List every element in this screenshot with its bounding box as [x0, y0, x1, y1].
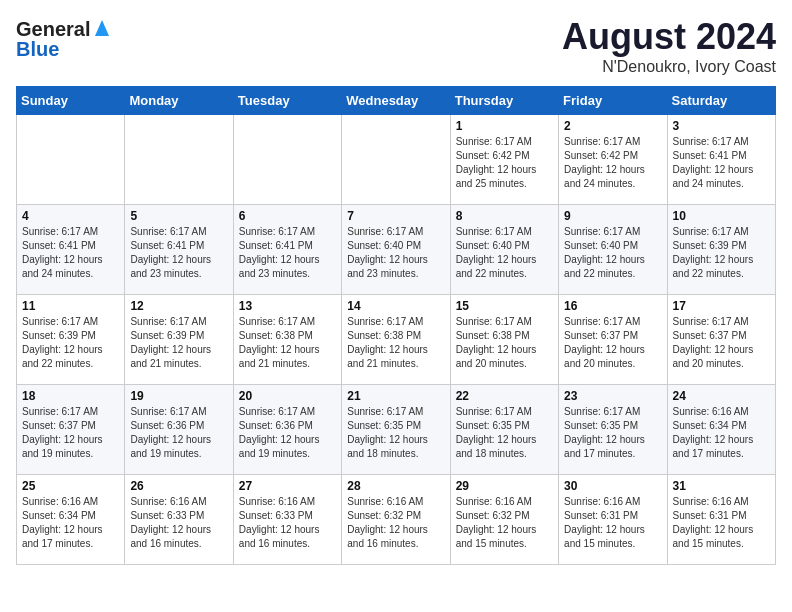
day-info: Sunrise: 6:17 AM Sunset: 6:37 PM Dayligh…: [673, 315, 770, 371]
day-number: 23: [564, 389, 661, 403]
day-number: 11: [22, 299, 119, 313]
calendar-cell: 22Sunrise: 6:17 AM Sunset: 6:35 PM Dayli…: [450, 385, 558, 475]
day-info: Sunrise: 6:16 AM Sunset: 6:33 PM Dayligh…: [239, 495, 336, 551]
day-info: Sunrise: 6:17 AM Sunset: 6:40 PM Dayligh…: [456, 225, 553, 281]
day-info: Sunrise: 6:17 AM Sunset: 6:41 PM Dayligh…: [673, 135, 770, 191]
day-number: 12: [130, 299, 227, 313]
logo: General Blue: [16, 16, 111, 61]
calendar-cell: 9Sunrise: 6:17 AM Sunset: 6:40 PM Daylig…: [559, 205, 667, 295]
title-block: August 2024 N'Denoukro, Ivory Coast: [562, 16, 776, 76]
day-info: Sunrise: 6:17 AM Sunset: 6:42 PM Dayligh…: [456, 135, 553, 191]
day-number: 20: [239, 389, 336, 403]
day-info: Sunrise: 6:17 AM Sunset: 6:39 PM Dayligh…: [673, 225, 770, 281]
day-info: Sunrise: 6:17 AM Sunset: 6:38 PM Dayligh…: [239, 315, 336, 371]
day-number: 8: [456, 209, 553, 223]
day-info: Sunrise: 6:17 AM Sunset: 6:36 PM Dayligh…: [130, 405, 227, 461]
calendar-cell: 28Sunrise: 6:16 AM Sunset: 6:32 PM Dayli…: [342, 475, 450, 565]
day-number: 3: [673, 119, 770, 133]
calendar-header-row: SundayMondayTuesdayWednesdayThursdayFrid…: [17, 87, 776, 115]
calendar-cell: 15Sunrise: 6:17 AM Sunset: 6:38 PM Dayli…: [450, 295, 558, 385]
svg-marker-0: [95, 20, 109, 36]
calendar-cell: 24Sunrise: 6:16 AM Sunset: 6:34 PM Dayli…: [667, 385, 775, 475]
calendar-cell: 3Sunrise: 6:17 AM Sunset: 6:41 PM Daylig…: [667, 115, 775, 205]
day-number: 17: [673, 299, 770, 313]
day-number: 28: [347, 479, 444, 493]
calendar-cell: [342, 115, 450, 205]
day-number: 31: [673, 479, 770, 493]
calendar-cell: 14Sunrise: 6:17 AM Sunset: 6:38 PM Dayli…: [342, 295, 450, 385]
calendar-cell: 6Sunrise: 6:17 AM Sunset: 6:41 PM Daylig…: [233, 205, 341, 295]
calendar-cell: [233, 115, 341, 205]
calendar-week-row: 25Sunrise: 6:16 AM Sunset: 6:34 PM Dayli…: [17, 475, 776, 565]
day-of-week-header: Thursday: [450, 87, 558, 115]
calendar-title: August 2024: [562, 16, 776, 58]
day-info: Sunrise: 6:16 AM Sunset: 6:34 PM Dayligh…: [22, 495, 119, 551]
day-info: Sunrise: 6:17 AM Sunset: 6:38 PM Dayligh…: [347, 315, 444, 371]
calendar-cell: 1Sunrise: 6:17 AM Sunset: 6:42 PM Daylig…: [450, 115, 558, 205]
calendar-cell: 21Sunrise: 6:17 AM Sunset: 6:35 PM Dayli…: [342, 385, 450, 475]
calendar-cell: 10Sunrise: 6:17 AM Sunset: 6:39 PM Dayli…: [667, 205, 775, 295]
calendar-week-row: 1Sunrise: 6:17 AM Sunset: 6:42 PM Daylig…: [17, 115, 776, 205]
day-info: Sunrise: 6:16 AM Sunset: 6:31 PM Dayligh…: [564, 495, 661, 551]
calendar-cell: 17Sunrise: 6:17 AM Sunset: 6:37 PM Dayli…: [667, 295, 775, 385]
day-of-week-header: Friday: [559, 87, 667, 115]
day-number: 4: [22, 209, 119, 223]
day-of-week-header: Saturday: [667, 87, 775, 115]
calendar-cell: 4Sunrise: 6:17 AM Sunset: 6:41 PM Daylig…: [17, 205, 125, 295]
calendar-cell: 19Sunrise: 6:17 AM Sunset: 6:36 PM Dayli…: [125, 385, 233, 475]
day-info: Sunrise: 6:17 AM Sunset: 6:37 PM Dayligh…: [22, 405, 119, 461]
calendar-cell: 29Sunrise: 6:16 AM Sunset: 6:32 PM Dayli…: [450, 475, 558, 565]
day-of-week-header: Sunday: [17, 87, 125, 115]
page-header: General Blue August 2024 N'Denoukro, Ivo…: [16, 16, 776, 76]
calendar-cell: 16Sunrise: 6:17 AM Sunset: 6:37 PM Dayli…: [559, 295, 667, 385]
day-number: 13: [239, 299, 336, 313]
day-number: 2: [564, 119, 661, 133]
day-info: Sunrise: 6:17 AM Sunset: 6:36 PM Dayligh…: [239, 405, 336, 461]
calendar-table: SundayMondayTuesdayWednesdayThursdayFrid…: [16, 86, 776, 565]
day-info: Sunrise: 6:17 AM Sunset: 6:41 PM Dayligh…: [239, 225, 336, 281]
day-info: Sunrise: 6:16 AM Sunset: 6:31 PM Dayligh…: [673, 495, 770, 551]
calendar-cell: 12Sunrise: 6:17 AM Sunset: 6:39 PM Dayli…: [125, 295, 233, 385]
day-number: 24: [673, 389, 770, 403]
day-info: Sunrise: 6:16 AM Sunset: 6:34 PM Dayligh…: [673, 405, 770, 461]
calendar-cell: 23Sunrise: 6:17 AM Sunset: 6:35 PM Dayli…: [559, 385, 667, 475]
calendar-cell: 27Sunrise: 6:16 AM Sunset: 6:33 PM Dayli…: [233, 475, 341, 565]
day-number: 10: [673, 209, 770, 223]
calendar-cell: 11Sunrise: 6:17 AM Sunset: 6:39 PM Dayli…: [17, 295, 125, 385]
calendar-cell: 18Sunrise: 6:17 AM Sunset: 6:37 PM Dayli…: [17, 385, 125, 475]
calendar-cell: [125, 115, 233, 205]
day-number: 5: [130, 209, 227, 223]
day-of-week-header: Monday: [125, 87, 233, 115]
day-info: Sunrise: 6:17 AM Sunset: 6:40 PM Dayligh…: [564, 225, 661, 281]
day-info: Sunrise: 6:17 AM Sunset: 6:40 PM Dayligh…: [347, 225, 444, 281]
day-info: Sunrise: 6:17 AM Sunset: 6:39 PM Dayligh…: [130, 315, 227, 371]
day-number: 26: [130, 479, 227, 493]
day-number: 16: [564, 299, 661, 313]
calendar-cell: 7Sunrise: 6:17 AM Sunset: 6:40 PM Daylig…: [342, 205, 450, 295]
day-info: Sunrise: 6:17 AM Sunset: 6:42 PM Dayligh…: [564, 135, 661, 191]
day-number: 7: [347, 209, 444, 223]
day-info: Sunrise: 6:16 AM Sunset: 6:33 PM Dayligh…: [130, 495, 227, 551]
day-info: Sunrise: 6:17 AM Sunset: 6:35 PM Dayligh…: [347, 405, 444, 461]
calendar-subtitle: N'Denoukro, Ivory Coast: [562, 58, 776, 76]
day-info: Sunrise: 6:17 AM Sunset: 6:41 PM Dayligh…: [130, 225, 227, 281]
day-number: 9: [564, 209, 661, 223]
calendar-cell: 26Sunrise: 6:16 AM Sunset: 6:33 PM Dayli…: [125, 475, 233, 565]
day-number: 14: [347, 299, 444, 313]
calendar-cell: [17, 115, 125, 205]
day-info: Sunrise: 6:17 AM Sunset: 6:41 PM Dayligh…: [22, 225, 119, 281]
calendar-cell: 25Sunrise: 6:16 AM Sunset: 6:34 PM Dayli…: [17, 475, 125, 565]
day-info: Sunrise: 6:17 AM Sunset: 6:35 PM Dayligh…: [456, 405, 553, 461]
day-info: Sunrise: 6:16 AM Sunset: 6:32 PM Dayligh…: [456, 495, 553, 551]
day-number: 30: [564, 479, 661, 493]
day-info: Sunrise: 6:17 AM Sunset: 6:39 PM Dayligh…: [22, 315, 119, 371]
day-number: 1: [456, 119, 553, 133]
day-info: Sunrise: 6:16 AM Sunset: 6:32 PM Dayligh…: [347, 495, 444, 551]
calendar-cell: 31Sunrise: 6:16 AM Sunset: 6:31 PM Dayli…: [667, 475, 775, 565]
day-number: 22: [456, 389, 553, 403]
calendar-cell: 8Sunrise: 6:17 AM Sunset: 6:40 PM Daylig…: [450, 205, 558, 295]
day-of-week-header: Tuesday: [233, 87, 341, 115]
day-number: 29: [456, 479, 553, 493]
calendar-week-row: 4Sunrise: 6:17 AM Sunset: 6:41 PM Daylig…: [17, 205, 776, 295]
day-number: 6: [239, 209, 336, 223]
